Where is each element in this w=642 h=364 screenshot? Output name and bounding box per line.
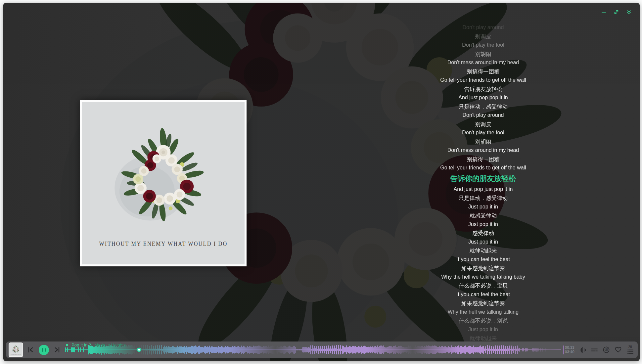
album-art	[80, 100, 247, 266]
lyric-line[interactable]: Go tell your friends to get off the wall	[374, 76, 592, 85]
collapse-fullscreen-button[interactable]	[626, 9, 632, 15]
lyric-line[interactable]: Don't play around	[374, 23, 592, 32]
previous-track-icon	[27, 346, 34, 353]
play-mode-lines-icon	[591, 346, 598, 353]
lyric-line[interactable]: Don't mess around in my head	[374, 146, 592, 155]
lyric-line[interactable]: 感受律动	[374, 229, 592, 238]
now-playing-thumbnail[interactable]	[9, 342, 23, 357]
double-chevron-down-icon	[626, 10, 631, 15]
previous-track-button[interactable]	[27, 346, 34, 353]
play-mode-button[interactable]	[591, 346, 598, 353]
lyric-line[interactable]: 别胡闹	[374, 137, 592, 146]
favorite-button[interactable]	[615, 346, 622, 353]
lyric-line[interactable]: And just pop pop it in	[374, 93, 592, 102]
lyric-line[interactable]: 什么都不必说，宝贝	[374, 281, 592, 290]
player-bar: Pop It In 2 Made In Heights 00:33 03:40	[6, 341, 638, 358]
lyric-line[interactable]: 只是律动，感受律动	[374, 102, 592, 111]
equalizer-icon	[579, 346, 586, 353]
lyric-line[interactable]: 别搞得一团糟	[374, 67, 592, 76]
lyric-line[interactable]: 就感受律动	[374, 211, 592, 220]
next-track-icon	[53, 346, 61, 353]
svg-text:词: 词	[604, 348, 608, 352]
heart-icon	[615, 346, 622, 353]
lyric-line[interactable]: If you can feel the beat	[374, 290, 592, 299]
lyric-line[interactable]: Just pop it in	[374, 325, 592, 334]
next-track-button[interactable]	[53, 346, 61, 353]
lyric-line[interactable]: Just pop it in	[374, 203, 592, 211]
lyric-line[interactable]: Don't play the fool	[374, 41, 592, 50]
playlist-list-icon	[626, 349, 634, 354]
lyric-line[interactable]: 别搞得一团糟	[374, 155, 592, 164]
lyric-line[interactable]: Don't play around	[374, 111, 592, 120]
pause-icon	[42, 348, 43, 352]
minimize-icon	[601, 10, 606, 15]
lyric-line[interactable]: 告诉朋友放轻松	[374, 85, 592, 94]
titlebar-controls	[601, 9, 632, 15]
lyric-line[interactable]: 只是律动，感受律动	[374, 194, 592, 203]
lyrics-panel[interactable]: Don't play around别调皮Don't play the fool别…	[374, 23, 592, 343]
total-time: 03:40	[565, 350, 574, 354]
equalizer-button[interactable]	[579, 346, 586, 353]
lyric-line[interactable]: Why the hell we talking talking	[374, 308, 592, 317]
lyric-line[interactable]: 就律动起来	[374, 246, 592, 255]
lyric-line[interactable]: Don't mess around in my head	[374, 58, 592, 67]
pause-button[interactable]	[39, 345, 49, 355]
playlist-button[interactable]: 28	[626, 345, 634, 354]
lyrics-word-badge-icon: 词	[603, 346, 610, 353]
minimize-button[interactable]	[601, 9, 607, 15]
lyric-line[interactable]: Don't play the fool	[374, 128, 592, 137]
lyric-line[interactable]: 别调皮	[374, 32, 592, 41]
lyric-line[interactable]: 别胡闹	[374, 50, 592, 59]
expand-icon	[614, 10, 619, 15]
transport-controls	[27, 345, 61, 355]
waveform-seekbar[interactable]: Pop It In 2 Made In Heights	[65, 342, 561, 357]
waveform-endcap	[563, 345, 564, 354]
lyric-line[interactable]: 如果感觉到这节奏	[374, 264, 592, 273]
lyric-line-active[interactable]: 告诉你的朋友放轻松	[374, 172, 592, 185]
lyrics-toggle-button[interactable]: 词	[603, 346, 610, 353]
lyric-line[interactable]: Just pop it in	[374, 220, 592, 229]
playlist-count: 28	[628, 345, 632, 349]
lyric-line[interactable]: 如果感觉到这节奏	[374, 299, 592, 308]
time-display: 00:33 03:40	[565, 345, 574, 354]
toolbar-icons: 词 28	[579, 345, 634, 354]
expand-button[interactable]	[613, 9, 619, 15]
lyric-line[interactable]: If you can feel the beat	[374, 255, 592, 264]
elapsed-time: 00:33	[565, 345, 574, 350]
lyric-line[interactable]: Go tell your friends to get off the wall	[374, 163, 592, 172]
lyric-line[interactable]: 什么都不必说，别说	[374, 316, 592, 325]
player-window: Don't play around别调皮Don't play the fool别…	[3, 3, 640, 361]
lyric-line[interactable]: And just pop just pop it in	[374, 185, 592, 194]
waveform-canvas[interactable]	[65, 342, 561, 357]
lyric-line[interactable]: Why the hell we talking talking baby	[374, 273, 592, 282]
lyric-line[interactable]: 别调皮	[374, 120, 592, 129]
lyric-line[interactable]: Just pop it in	[374, 238, 592, 247]
